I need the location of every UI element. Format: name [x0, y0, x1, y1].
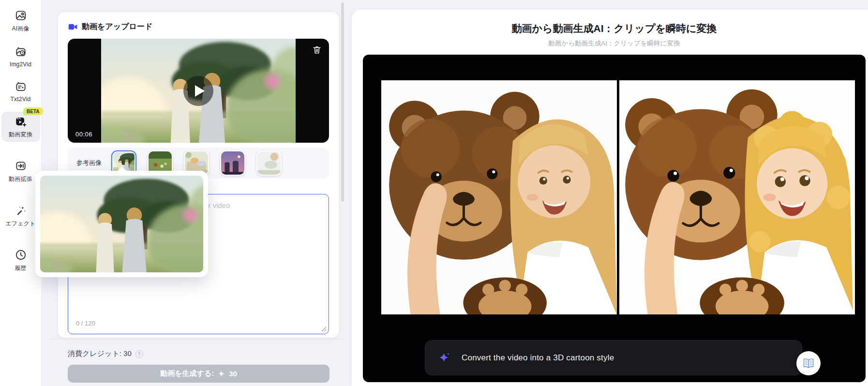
sidebar-item-label: Img2Vid: [2, 61, 39, 68]
credits-help-icon[interactable]: ?: [135, 350, 143, 358]
magic-wand-icon: [15, 204, 27, 217]
original-video-frame: [381, 80, 617, 314]
converted-video-frame: [619, 80, 855, 314]
prompt-library-button[interactable]: [796, 351, 821, 375]
reference-thumbnail-4[interactable]: [220, 150, 245, 176]
after-image: [619, 80, 855, 314]
reference-thumbnail-5[interactable]: [256, 150, 282, 176]
page-title: 動画から動画生成AI：クリップを瞬時に変換: [363, 22, 866, 35]
play-icon: [195, 85, 205, 97]
credits-row: 消費クレジット: 30 ?: [68, 349, 143, 358]
image-to-video-icon: [15, 45, 27, 58]
footer-divider: [50, 339, 344, 339]
thumbnail-preview-popup: [35, 171, 208, 277]
beta-badge: BETA: [23, 107, 43, 115]
sidebar-item-label: エフェクト: [2, 220, 39, 228]
video-player: 00:06: [68, 39, 329, 143]
generate-button-cost: 30: [229, 370, 237, 378]
generate-button[interactable]: 動画を生成する: 30: [68, 365, 329, 383]
sidebar-item-img2vid[interactable]: Img2Vid: [1, 42, 40, 71]
reference-images-label: 参考画像: [76, 159, 102, 167]
open-book-icon: [802, 356, 815, 370]
example-prompt-pill[interactable]: Convert the video into a 3D cartoon styl…: [425, 340, 802, 375]
thumbnail-preview-image: [40, 176, 203, 272]
play-button[interactable]: [183, 76, 213, 106]
upload-header: 動画をアップロード: [68, 22, 329, 32]
page-subtitle: 動画から動画生成AI：クリップを瞬時に変換: [363, 39, 866, 48]
sidebar-item-txt2vid[interactable]: Txt2Vid: [1, 77, 40, 105]
sidebar-item-label: 動画拡張: [2, 175, 39, 183]
before-after-compare: [381, 80, 855, 314]
sidebar-item-label: 履歴: [2, 264, 39, 272]
clock-icon: [15, 249, 27, 261]
sidebar-item-label: Txt2Vid: [2, 96, 39, 103]
text-to-video-icon: [15, 80, 27, 93]
reference-thumbnail-image: [221, 151, 244, 175]
upload-header-label: 動画をアップロード: [82, 22, 152, 32]
example-prompt-text: Convert the video into a 3D cartoon styl…: [462, 353, 614, 363]
credit-star-icon: [218, 370, 225, 377]
reference-thumbnail-image: [257, 151, 281, 175]
sparkle-icon: [438, 351, 451, 364]
sidebar-item-video-extend[interactable]: 動画拡張: [1, 156, 40, 186]
sidebar-item-label: AI画像: [2, 25, 39, 33]
video-extend-icon: [15, 160, 27, 172]
sidebar-item-ai-image[interactable]: AI画像: [1, 6, 40, 36]
video-camera-icon: [68, 22, 78, 32]
delete-video-icon[interactable]: [312, 45, 322, 55]
sidebar-item-video-convert[interactable]: BETA 動画変換: [1, 112, 40, 142]
video-convert-icon: [15, 115, 27, 128]
before-image: [381, 80, 617, 314]
sidebar-item-effects[interactable]: エフェクト: [1, 201, 40, 231]
sidebar-item-history[interactable]: 履歴: [1, 245, 40, 275]
scrollbar-thumb[interactable]: [341, 2, 344, 202]
preview-panel: 動画から動画生成AI：クリップを瞬時に変換 動画から動画生成AI：クリップを瞬時…: [352, 10, 868, 386]
example-showcase: Convert the video into a 3D cartoon styl…: [363, 55, 866, 382]
video-duration: 00:06: [75, 131, 92, 138]
credits-label: 消費クレジット: 30: [68, 349, 132, 358]
generate-button-label: 動画を生成する:: [160, 369, 214, 378]
sidebar-item-label: 動画変換: [2, 131, 39, 139]
image-icon: [15, 9, 27, 22]
